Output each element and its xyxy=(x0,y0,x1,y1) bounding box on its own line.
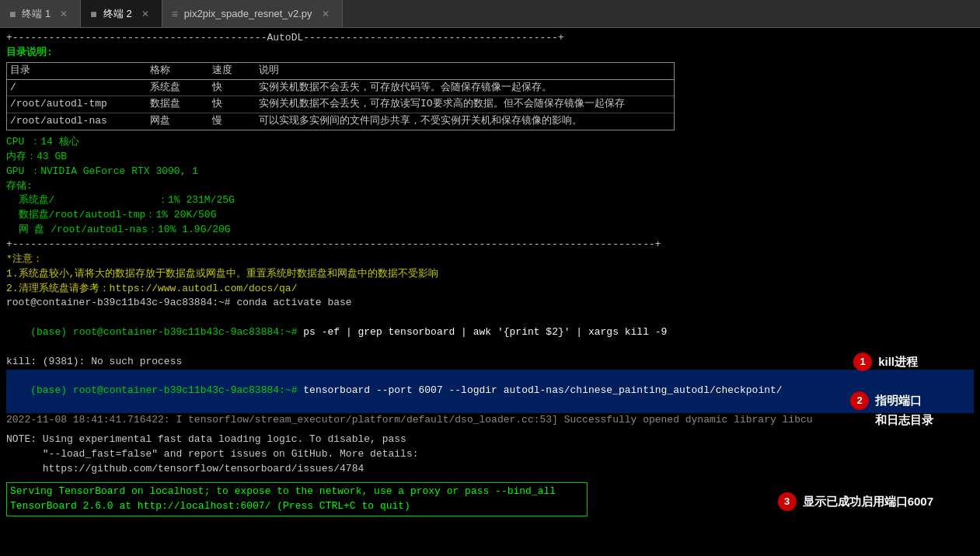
prompt3-prefix: (base) root@container-b39c11b43c-9ac8388… xyxy=(30,384,303,396)
dir-table: 目录 格称 速度 说明 / 系统盘 快 实例关机数据不会丢失，可存放代码等。会随… xyxy=(6,62,675,130)
tab-label-1: 终端 1 xyxy=(22,7,51,21)
table-header: 目录 格称 速度 说明 xyxy=(7,63,674,80)
annotation-bubble-1: 1 xyxy=(853,353,872,371)
autodl-border-top: +---------------------------------------… xyxy=(6,31,974,46)
storage-data: 数据盘/root/autodl-tmp：1% 20K/50G xyxy=(6,208,974,223)
row3-desc: 可以实现多实例间的文件同步共享，不受实例开关机和保存镜像的影响。 xyxy=(259,114,671,129)
row3-speed: 慢 xyxy=(212,114,259,129)
table-row: /root/autodl-nas 网盘 慢 可以实现多实例间的文件同步共享，不受… xyxy=(7,113,674,130)
gpu-line: GPU ：NVIDIA GeForce RTX 3090, 1 xyxy=(6,165,974,179)
col-dir: 目录 xyxy=(10,64,150,78)
row1-desc: 实例关机数据不会丢失，可存放代码等。会随保存镜像一起保存。 xyxy=(259,81,671,96)
tab-close-3[interactable]: ✕ xyxy=(319,7,333,21)
terminal-icon-2: ■ xyxy=(90,8,96,20)
dir-section-title: 目录说明: xyxy=(6,46,974,61)
tab-bar: ■ 终端 1 ✕ ■ 终端 2 ✕ ≡ pix2pix_spade_resnet… xyxy=(0,0,980,28)
row2-speed: 快 xyxy=(212,97,259,112)
storage-sys: 系统盘/ ：1% 231M/25G xyxy=(6,193,974,208)
file-icon: ≡ xyxy=(172,8,178,20)
mem-line: 内存：43 GB xyxy=(6,150,974,165)
annotation-bubble-2: 2 xyxy=(850,391,869,410)
border-bottom: +---------------------------------------… xyxy=(6,238,974,252)
prompt3-line: (base) root@container-b39c11b43c-9ac8388… xyxy=(6,370,974,414)
annotation-text-3: 显示已成功启用端口6007 xyxy=(803,493,933,510)
col-speed: 速度 xyxy=(212,64,259,78)
terminal-area[interactable]: +---------------------------------------… xyxy=(0,28,980,556)
tf-line: 2022-11-08 18:41:41.716422: I tensorflow… xyxy=(6,413,974,428)
kill-result: kill: (9381): No such process xyxy=(6,355,974,370)
col-desc: 说明 xyxy=(259,64,671,78)
tab-label-2: 终端 2 xyxy=(103,7,132,21)
success-line2: TensorBoard 2.6.0 at http://localhost:60… xyxy=(10,499,584,514)
note1: NOTE: Using experimental fast data loadi… xyxy=(6,433,974,447)
annotation-3: 3 显示已成功启用端口6007 xyxy=(778,492,933,511)
tab-close-1[interactable]: ✕ xyxy=(57,7,71,21)
annotation-1: 1 kill进程 xyxy=(853,353,918,371)
prompt2-line: (base) root@container-b39c11b43c-9ac8388… xyxy=(6,311,974,355)
annotation-bubble-3: 3 xyxy=(778,492,797,511)
tab-terminal-2[interactable]: ■ 终端 2 ✕ xyxy=(81,0,162,27)
table-row: /root/autodl-tmp 数据盘 快 实例关机数据不会丢失，可存放读写I… xyxy=(7,96,674,113)
prompt2-prefix: (base) root@container-b39c11b43c-9ac8388… xyxy=(30,326,303,338)
success-line1: Serving TensorBoard on localhost; to exp… xyxy=(10,485,584,499)
prompt1-line: root@container-b39c11b43c-9ac83884:~# co… xyxy=(6,296,974,311)
annotation-text-1: kill进程 xyxy=(878,353,918,370)
success-box: Serving TensorBoard on localhost; to exp… xyxy=(6,482,588,516)
row1-dir: / xyxy=(10,81,150,96)
cpu-line: CPU ：14 核心 xyxy=(6,135,974,150)
prompt3-cmd: tensorboard --port 6007 --logdir autodl-… xyxy=(303,384,782,396)
table-row: / 系统盘 快 实例关机数据不会丢失，可存放代码等。会随保存镜像一起保存。 xyxy=(7,80,674,97)
row2-type: 数据盘 xyxy=(150,97,212,112)
row2-dir: /root/autodl-tmp xyxy=(10,97,150,112)
row3-type: 网盘 xyxy=(150,114,212,129)
tab-file[interactable]: ≡ pix2pix_spade_resnet_v2.py ✕ xyxy=(162,0,343,27)
notice1: 1.系统盘较小,请将大的数据存放于数据盘或网盘中。重置系统时数据盘和网盘中的数据… xyxy=(6,267,974,282)
terminal-icon-1: ■ xyxy=(9,8,16,20)
row3-dir: /root/autodl-nas xyxy=(10,114,150,129)
annotation-text-2a: 指明端口 xyxy=(875,392,922,409)
tab-close-2[interactable]: ✕ xyxy=(138,7,152,21)
notice2: 2.清理系统盘请参考：https://www.autodl.com/docs/q… xyxy=(6,282,974,297)
row1-type: 系统盘 xyxy=(150,81,212,96)
annotation-2: 2 指明端口 和日志目录 xyxy=(850,391,933,429)
spacer3 xyxy=(6,476,974,481)
storage-title: 存储: xyxy=(6,179,974,194)
tab-label-3: pix2pix_spade_resnet_v2.py xyxy=(184,8,312,19)
note3: https://github.com/tensorflow/tensorboar… xyxy=(6,462,974,477)
row2-desc: 实例关机数据不会丢失，可存放读写IO要求高的数据。但不会随保存镜像一起保存 xyxy=(259,97,671,112)
tab-terminal-1[interactable]: ■ 终端 1 ✕ xyxy=(0,0,81,27)
row1-speed: 快 xyxy=(212,81,259,96)
note2: "--load_fast=false" and report issues on… xyxy=(6,447,974,462)
storage-nas: 网 盘 /root/autodl-nas：10% 1.9G/20G xyxy=(6,223,974,238)
notice-title: *注意： xyxy=(6,252,974,267)
annotation-text-2b: 和日志目录 xyxy=(875,412,933,429)
col-type: 格称 xyxy=(150,64,212,78)
prompt2-cmd: ps -ef | grep tensorboard | awk '{print … xyxy=(303,326,667,338)
